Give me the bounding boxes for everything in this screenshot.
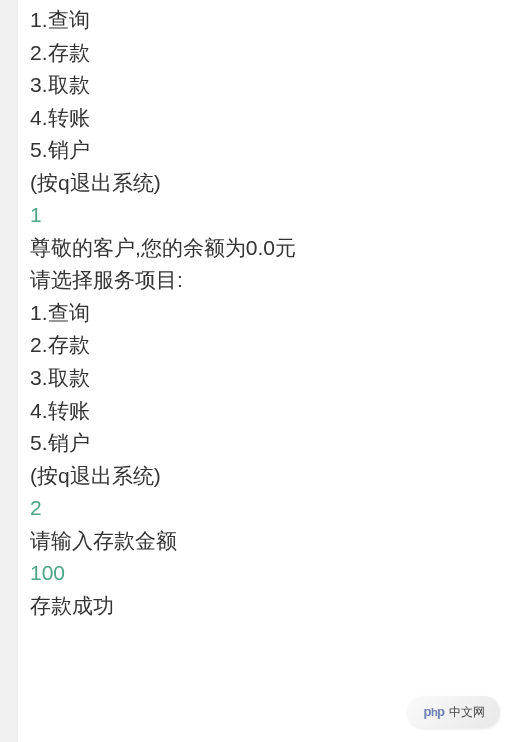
balance-message: 尊敬的客户,您的余额为0.0元 bbox=[30, 232, 508, 265]
menu-option-deposit: 2.存款 bbox=[30, 329, 508, 362]
editor-gutter bbox=[0, 0, 18, 742]
menu-option-query: 1.查询 bbox=[30, 297, 508, 330]
menu-quit-hint: (按q退出系统) bbox=[30, 460, 508, 493]
user-input-amount: 100 bbox=[30, 557, 508, 590]
watermark-text: 中文网 bbox=[449, 703, 485, 722]
menu-option-transfer: 4.转账 bbox=[30, 395, 508, 428]
deposit-amount-prompt: 请输入存款金额 bbox=[30, 525, 508, 558]
site-watermark: php 中文网 bbox=[408, 696, 500, 728]
menu-quit-hint: (按q退出系统) bbox=[30, 167, 508, 200]
menu-option-deposit: 2.存款 bbox=[30, 37, 508, 70]
menu-option-close: 5.销户 bbox=[30, 427, 508, 460]
menu-option-close: 5.销户 bbox=[30, 134, 508, 167]
deposit-success-message: 存款成功 bbox=[30, 590, 508, 623]
console-output: 1.查询 2.存款 3.取款 4.转账 5.销户 (按q退出系统) 1 尊敬的客… bbox=[0, 0, 508, 622]
user-input-1: 1 bbox=[30, 199, 508, 232]
menu-option-transfer: 4.转账 bbox=[30, 102, 508, 135]
menu-option-query: 1.查询 bbox=[30, 4, 508, 37]
menu-option-withdraw: 3.取款 bbox=[30, 69, 508, 102]
php-logo-icon: php bbox=[423, 702, 444, 722]
service-prompt: 请选择服务项目: bbox=[30, 264, 508, 297]
menu-option-withdraw: 3.取款 bbox=[30, 362, 508, 395]
user-input-2: 2 bbox=[30, 492, 508, 525]
